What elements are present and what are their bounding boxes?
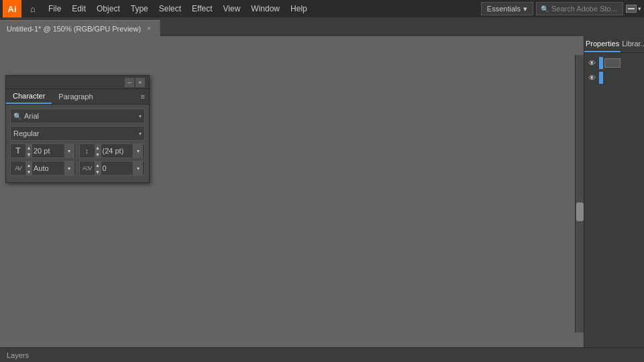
kerning-icon: AV <box>12 165 24 172</box>
font-style-dropdown-arrow[interactable]: ▾ <box>139 131 142 137</box>
menu-bar: Ai ⌂ File Edit Object Type Select Effect… <box>0 0 644 17</box>
workspace-switcher[interactable]: ▾ <box>626 5 641 13</box>
vertical-scrollbar[interactable] <box>575 55 584 333</box>
essentials-label: Essentials <box>487 5 521 13</box>
character-panel: – × Character Paragraph ≡ 🔍 ▾ ▾ <box>5 75 150 183</box>
tab-paragraph[interactable]: Paragraph <box>52 90 99 103</box>
font-size-group: T ▲ ▼ ▾ <box>10 143 76 158</box>
leading-icon: ↕ <box>81 147 93 155</box>
tracking-icon: A⃓V <box>81 165 93 172</box>
font-style-input[interactable] <box>13 129 139 137</box>
menu-file[interactable]: File <box>43 0 66 17</box>
layers-label: Layers <box>7 351 29 359</box>
leading-input[interactable] <box>103 147 131 155</box>
home-button[interactable]: ⌂ <box>24 0 42 17</box>
menu-window[interactable]: Window <box>246 0 285 17</box>
layer-visibility-toggle[interactable]: 👁 <box>587 73 596 82</box>
layer-row: 👁 <box>584 56 644 70</box>
panel-window-buttons: – × <box>125 78 145 87</box>
character-panel-tabs: Character Paragraph ≡ <box>6 89 149 105</box>
font-size-down[interactable]: ▼ <box>25 151 32 158</box>
layer-row: 👁 <box>584 70 644 85</box>
essentials-dropdown[interactable]: Essentials ▾ <box>481 2 533 15</box>
leading-up[interactable]: ▲ <box>95 144 101 151</box>
font-size-leading-row: T ▲ ▼ ▾ ↕ ▲ ▼ ▾ <box>10 143 145 158</box>
search-placeholder: Search Adobe Sto... <box>551 5 617 13</box>
font-size-dropdown[interactable]: ▾ <box>64 143 74 158</box>
tracking-group: A⃓V ▲ ▼ ▾ <box>79 161 146 176</box>
layer-thumbnail <box>604 58 621 68</box>
menu-view[interactable]: View <box>218 0 246 17</box>
tracking-dropdown[interactable]: ▾ <box>132 161 143 176</box>
font-size-spinners: ▲ ▼ <box>25 144 32 158</box>
main-area: Properties Librar... 👁 👁 – <box>0 36 644 347</box>
panel-menu-icon[interactable]: ≡ <box>137 90 149 103</box>
font-size-icon: T <box>12 146 24 156</box>
tab-libraries[interactable]: Librar... <box>621 36 644 52</box>
ai-logo: Ai <box>3 0 21 17</box>
menu-effect[interactable]: Effect <box>186 0 217 17</box>
status-bar: Layers <box>0 347 644 362</box>
kerning-dropdown[interactable]: ▾ <box>64 161 74 176</box>
layer-color-swatch <box>599 72 603 84</box>
layer-color-swatch <box>599 57 603 69</box>
font-search-icon: 🔍 <box>13 113 21 120</box>
kerning-spinners: ▲ ▼ <box>25 162 32 175</box>
tab-character[interactable]: Character <box>6 89 52 104</box>
kerning-group: AV ▲ ▼ ▾ <box>10 161 76 176</box>
panel-titlebar: – × <box>6 76 149 89</box>
tracking-up[interactable]: ▲ <box>95 162 101 168</box>
leading-down[interactable]: ▼ <box>95 151 101 158</box>
search-icon: 🔍 <box>541 5 549 13</box>
essentials-arrow: ▾ <box>523 5 527 13</box>
workspace-dropdown-arrow: ▾ <box>638 5 641 12</box>
tracking-down[interactable]: ▼ <box>95 168 101 175</box>
font-family-dropdown-arrow[interactable]: ▾ <box>139 113 142 119</box>
panel-minimize-button[interactable]: – <box>125 78 134 87</box>
tab-bar: Untitled-1* @ 150% (RGB/GPU Preview) × <box>0 17 644 36</box>
character-panel-body: 🔍 ▾ ▾ T ▲ ▼ ▾ <box>6 105 149 182</box>
tab-close-button[interactable]: × <box>145 25 153 33</box>
right-panel: Properties Librar... 👁 👁 <box>584 36 644 347</box>
font-search-row: 🔍 ▾ <box>10 109 145 123</box>
leading-dropdown[interactable]: ▾ <box>132 143 143 158</box>
kerning-down[interactable]: ▼ <box>25 168 32 175</box>
leading-spinners: ▲ ▼ <box>95 144 101 158</box>
tab-properties[interactable]: Properties <box>584 36 621 52</box>
menu-select[interactable]: Select <box>154 0 186 17</box>
font-family-input[interactable] <box>24 112 136 120</box>
menu-object[interactable]: Object <box>91 0 125 17</box>
scrollbar-thumb[interactable] <box>576 202 584 221</box>
menu-type[interactable]: Type <box>125 0 154 17</box>
font-size-up[interactable]: ▲ <box>25 144 32 151</box>
tracking-spinners: ▲ ▼ <box>95 162 101 175</box>
font-size-input[interactable] <box>34 147 62 155</box>
search-box[interactable]: 🔍 Search Adobe Sto... <box>536 2 623 15</box>
menu-right: Essentials ▾ 🔍 Search Adobe Sto... ▾ <box>481 2 641 15</box>
layers-list: 👁 👁 <box>584 53 644 88</box>
layer-visibility-toggle[interactable]: 👁 <box>587 58 596 68</box>
right-panel-tabs: Properties Librar... <box>584 36 644 53</box>
menu-edit[interactable]: Edit <box>66 0 91 17</box>
font-style-row: ▾ <box>10 126 145 141</box>
tracking-input[interactable] <box>103 164 131 172</box>
kerning-up[interactable]: ▲ <box>25 162 32 168</box>
menu-help[interactable]: Help <box>285 0 313 17</box>
doc-tab-title: Untitled-1* @ 150% (RGB/GPU Preview) <box>7 25 141 33</box>
kerning-input[interactable] <box>34 164 62 172</box>
kerning-tracking-row: AV ▲ ▼ ▾ A⃓V ▲ ▼ ▾ <box>10 161 145 176</box>
document-tab[interactable]: Untitled-1* @ 150% (RGB/GPU Preview) × <box>0 20 160 36</box>
panel-close-button[interactable]: × <box>136 78 145 87</box>
leading-group: ↕ ▲ ▼ ▾ <box>79 143 146 158</box>
